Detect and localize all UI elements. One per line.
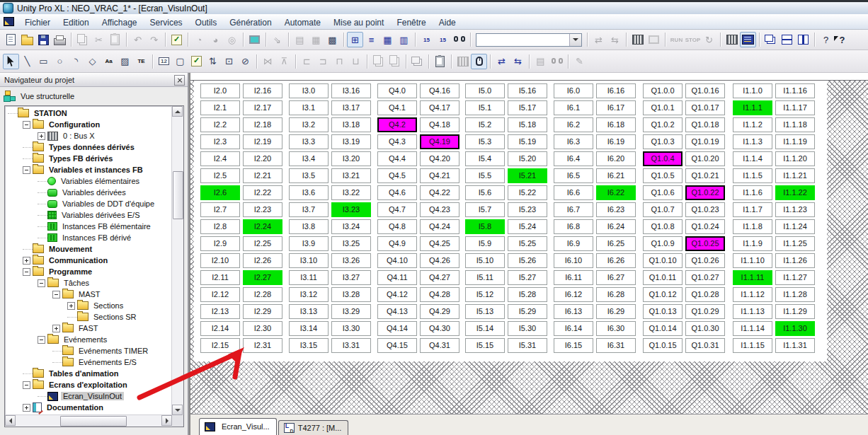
io-cell-I1.1.18[interactable]: I1.1.18 xyxy=(775,117,815,132)
io-cell-I6.26[interactable]: I6.26 xyxy=(596,253,636,268)
io-cell-Q1.0.17[interactable]: Q1.0.17 xyxy=(685,100,725,115)
search-button[interactable] xyxy=(451,32,467,47)
io-cell-I6.18[interactable]: I6.18 xyxy=(596,117,636,132)
menu-generation[interactable]: Génération xyxy=(223,16,278,29)
io-cell-Q4.22[interactable]: Q4.22 xyxy=(420,185,459,200)
io-cell-Q4.11[interactable]: Q4.11 xyxy=(377,270,417,285)
io-cell-I6.9[interactable]: I6.9 xyxy=(554,236,593,251)
io-cell-Q4.14[interactable]: Q4.14 xyxy=(377,321,417,336)
io-cell-I3.5[interactable]: I3.5 xyxy=(289,168,329,183)
io-cell-I5.27[interactable]: I5.27 xyxy=(508,270,547,285)
text-tool-button[interactable]: Aa xyxy=(101,54,117,69)
io-cell-I5.7[interactable]: I5.7 xyxy=(465,202,505,217)
tree-item-communication[interactable]: Communication xyxy=(5,255,172,266)
io-cell-I1.1.9[interactable]: I1.1.9 xyxy=(733,236,772,251)
io-cell-Q4.18[interactable]: Q4.18 xyxy=(420,117,459,132)
io-cell-I2.20[interactable]: I2.20 xyxy=(243,151,282,166)
tree-item-tables-danimation[interactable]: Tables d'animation xyxy=(5,368,172,379)
io-cell-I3.26[interactable]: I3.26 xyxy=(331,253,371,268)
io-cell-I1.1.12[interactable]: I1.1.12 xyxy=(733,287,772,302)
io-cell-Q4.10[interactable]: Q4.10 xyxy=(377,253,417,268)
io-cell-I1.1.22[interactable]: I1.1.22 xyxy=(775,185,815,200)
io-cell-I2.1[interactable]: I2.1 xyxy=(200,100,240,115)
input-object-button[interactable]: ⊡ xyxy=(221,54,237,69)
io-cell-Q1.0.22[interactable]: Q1.0.22 xyxy=(685,185,725,200)
io-cell-I1.1.10[interactable]: I1.1.10 xyxy=(733,253,772,268)
io-cell-Q1.0.25[interactable]: Q1.0.25 xyxy=(685,236,725,251)
tree-item-evenements[interactable]: Evénements xyxy=(5,334,172,345)
io-cell-I1.1.27[interactable]: I1.1.27 xyxy=(775,270,815,285)
tree-item-instances-fb-derive[interactable]: Instances FB dérivé xyxy=(5,232,172,243)
io-cell-I5.14[interactable]: I5.14 xyxy=(465,321,505,336)
io-cell-Q1.0.2[interactable]: Q1.0.2 xyxy=(643,117,683,132)
io-cell-Q1.0.11[interactable]: Q1.0.11 xyxy=(643,270,683,285)
io-cell-I2.4[interactable]: I2.4 xyxy=(200,151,240,166)
io-cell-I6.11[interactable]: I6.11 xyxy=(554,270,593,285)
io-cell-Q1.0.4[interactable]: Q1.0.4 xyxy=(643,151,683,166)
io-cell-I1.1.16[interactable]: I1.1.16 xyxy=(775,83,815,98)
link-down-button[interactable]: ⇄ xyxy=(493,54,510,69)
io-cell-I3.29[interactable]: I3.29 xyxy=(331,304,371,319)
io-cell-I2.24[interactable]: I2.24 xyxy=(243,219,282,234)
io-cell-I2.8[interactable]: I2.8 xyxy=(200,219,240,234)
io-cell-Q1.0.20[interactable]: Q1.0.20 xyxy=(685,151,725,166)
save-button[interactable] xyxy=(35,32,52,47)
io-cell-I5.28[interactable]: I5.28 xyxy=(508,287,547,302)
expander-minus-icon[interactable] xyxy=(23,166,30,174)
io-cell-I2.6[interactable]: I2.6 xyxy=(200,185,240,200)
io-cell-Q1.0.26[interactable]: Q1.0.26 xyxy=(685,253,725,268)
mouse-mode-button[interactable] xyxy=(471,54,487,69)
expander-plus-icon[interactable] xyxy=(23,404,30,412)
tree-item-types-fb-derives[interactable]: Types FB dérivés xyxy=(5,153,172,164)
io-cell-Q4.17[interactable]: Q4.17 xyxy=(420,100,459,115)
io-cell-Q4.29[interactable]: Q4.29 xyxy=(420,304,459,319)
tree-item-configuration[interactable]: Configuration xyxy=(5,119,172,130)
io-cell-I6.28[interactable]: I6.28 xyxy=(596,287,636,302)
io-cell-Q1.0.8[interactable]: Q1.0.8 xyxy=(643,219,683,234)
io-cell-Q4.7[interactable]: Q4.7 xyxy=(377,202,417,217)
expander-minus-icon[interactable] xyxy=(23,121,30,129)
menu-edition[interactable]: Edition xyxy=(57,16,96,29)
io-cell-I2.18[interactable]: I2.18 xyxy=(243,117,282,132)
io-cell-Q1.0.6[interactable]: Q1.0.6 xyxy=(643,185,683,200)
vertical-scroll-thumb[interactable] xyxy=(173,171,183,219)
io-cell-I5.2[interactable]: I5.2 xyxy=(465,117,505,132)
expander-plus-icon[interactable] xyxy=(38,132,45,140)
io-cell-I3.21[interactable]: I3.21 xyxy=(331,168,371,183)
grid-window-button[interactable]: ▦ xyxy=(379,32,396,47)
io-cell-I3.9[interactable]: I3.9 xyxy=(289,236,329,251)
context-help-button[interactable]: ? xyxy=(834,32,850,47)
io-cell-I2.26[interactable]: I2.26 xyxy=(243,253,282,268)
variable-window-in-button[interactable]: 15 xyxy=(418,32,435,47)
io-cell-Q4.27[interactable]: Q4.27 xyxy=(420,270,459,285)
io-cell-Q1.0.24[interactable]: Q1.0.24 xyxy=(685,219,725,234)
io-cell-Q1.0.19[interactable]: Q1.0.19 xyxy=(685,134,725,149)
tab-t4277[interactable]: T4277 : [M... xyxy=(278,420,349,435)
tree-item-variables-et-instances-fb[interactable]: Variables et instances FB xyxy=(5,164,172,175)
address-combo[interactable] xyxy=(476,33,582,47)
io-cell-I3.22[interactable]: I3.22 xyxy=(331,185,371,200)
io-cell-I1.1.6[interactable]: I1.1.6 xyxy=(733,185,772,200)
rectangle-tool-button[interactable]: ▭ xyxy=(35,54,52,69)
screen-simulation-button[interactable] xyxy=(246,32,263,47)
io-cell-I3.30[interactable]: I3.30 xyxy=(331,321,371,336)
io-cell-I6.21[interactable]: I6.21 xyxy=(596,168,636,183)
io-cell-I5.20[interactable]: I5.20 xyxy=(508,151,547,166)
io-cell-I2.19[interactable]: I2.19 xyxy=(243,134,282,149)
io-cell-I3.16[interactable]: I3.16 xyxy=(331,83,371,98)
close-icon[interactable] xyxy=(174,75,185,86)
io-cell-I6.29[interactable]: I6.29 xyxy=(596,304,636,319)
link-up-button[interactable]: ⇆ xyxy=(510,54,526,69)
expander-plus-icon[interactable] xyxy=(23,257,30,265)
io-cell-Q1.0.16[interactable]: Q1.0.16 xyxy=(685,83,725,98)
io-cell-I5.1[interactable]: I5.1 xyxy=(465,100,505,115)
io-cell-Q4.0[interactable]: Q4.0 xyxy=(377,83,417,98)
io-cell-Q4.26[interactable]: Q4.26 xyxy=(420,253,459,268)
io-cell-I3.28[interactable]: I3.28 xyxy=(331,287,371,302)
io-cell-Q4.5[interactable]: Q4.5 xyxy=(377,168,417,183)
tree-item-mast[interactable]: MAST xyxy=(5,289,172,300)
ellipse-tool-button[interactable]: ○ xyxy=(52,54,68,69)
io-cell-I3.7[interactable]: I3.7 xyxy=(289,202,329,217)
io-cell-I6.6[interactable]: I6.6 xyxy=(554,185,593,200)
io-cell-I5.31[interactable]: I5.31 xyxy=(508,338,547,353)
